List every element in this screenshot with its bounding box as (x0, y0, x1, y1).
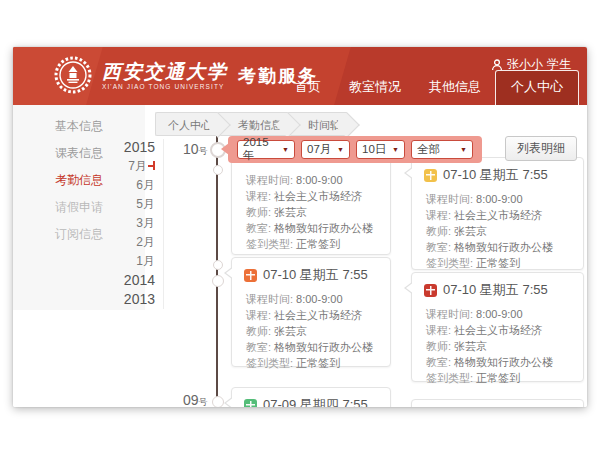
field-value: 格物致知行政办公楼 (274, 341, 373, 353)
field-value: 正常签到 (476, 257, 520, 269)
card-title: 07-10 星期五 7:55 (443, 166, 548, 184)
field-value: 8:00-9:00 (296, 174, 342, 186)
timeline-nav: 2015 7月 6月 5月 3月 2月 1月 2014 2013 (103, 138, 155, 309)
field-value: 社会主义市场经济 (454, 324, 542, 336)
timeline-spine (216, 135, 218, 407)
attendance-card: 07-10 星期五 7:55 课程时间:8:00-9:00 课程:社会主义市场经… (411, 157, 584, 270)
course-type-icon (244, 399, 257, 408)
year-select-value: 2015年 (243, 136, 277, 163)
sidebar-item-basic-info[interactable]: 基本信息 (13, 113, 145, 140)
field-value: 正常签到 (476, 372, 520, 384)
breadcrumb-personal-center[interactable]: 个人中心 (155, 112, 218, 136)
attendance-card-partial: 07-09 星期四 7:55 (231, 387, 391, 407)
timeline-node (213, 260, 223, 270)
timeline-nav-divider (163, 139, 164, 309)
day-select[interactable]: 10日▼ (356, 140, 405, 159)
caret-down-icon: ▼ (460, 146, 467, 153)
field-value: 格物致知行政办公楼 (454, 356, 553, 368)
course-type-icon (244, 269, 257, 282)
course-type-icon (424, 169, 437, 182)
attendance-card: 07-10 星期五 7:55 课程时间:8:00-9:00 课程:社会主义市场经… (231, 257, 391, 367)
date-filter-bar: 2015年▼ 07月▼ 10日▼ 全部▼ (228, 136, 482, 163)
university-name: 西安交通大学 XI'AN JIAO TONG UNIVERSITY (102, 60, 228, 90)
timeline-month-jul[interactable]: 7月 (103, 157, 155, 176)
timeline-node (213, 165, 223, 175)
nav-item-classrooms[interactable]: 教室情况 (335, 71, 415, 105)
app-window: 西安交通大学 XI'AN JIAO TONG UNIVERSITY 考勤服务 张… (13, 47, 587, 407)
field-label: 课程时间: (246, 174, 293, 186)
person-icon (491, 59, 503, 71)
field-value: 社会主义市场经济 (274, 309, 362, 321)
field-label: 教室: (246, 341, 271, 353)
field-label: 课程: (246, 309, 271, 321)
field-value: 格物致知行政办公楼 (454, 241, 553, 253)
type-select-value: 全部 (417, 142, 440, 157)
day-label-10: 10号 (183, 141, 208, 158)
attendance-card-partial (411, 399, 584, 407)
field-label: 课程时间: (426, 193, 473, 205)
list-detail-button[interactable]: 列表明细 (505, 136, 577, 161)
month-select[interactable]: 07月▼ (301, 140, 350, 159)
day-select-value: 10日 (362, 142, 386, 157)
field-value: 张芸京 (274, 206, 307, 218)
field-label: 教室: (246, 222, 271, 234)
selected-month-marker (148, 160, 155, 170)
field-value: 8:00-9:00 (476, 193, 522, 205)
card-title: 07-10 星期五 7:55 (263, 266, 368, 284)
field-label: 签到类型: (246, 357, 293, 369)
brand: 西安交通大学 XI'AN JIAO TONG UNIVERSITY 考勤服务 (53, 55, 318, 95)
timeline-node (212, 396, 224, 407)
attendance-card: 课程时间:8:00-9:00 课程:社会主义市场经济 教师:张芸京 教室:格物致… (231, 149, 391, 255)
caret-down-icon: ▼ (337, 146, 344, 153)
timeline-month-jan[interactable]: 1月 (103, 252, 155, 271)
field-label: 课程时间: (246, 293, 293, 305)
field-label: 课程: (426, 324, 451, 336)
field-label: 签到类型: (426, 372, 473, 384)
nav-item-other-info[interactable]: 其他信息 (415, 71, 495, 105)
field-label: 教室: (426, 356, 451, 368)
timeline-month-feb[interactable]: 2月 (103, 233, 155, 252)
university-name-cn: 西安交通大学 (102, 60, 228, 82)
field-label: 教师: (246, 206, 271, 218)
field-label: 教师: (246, 325, 271, 337)
timeline-year-2015[interactable]: 2015 (103, 138, 155, 157)
field-label: 教师: (426, 340, 451, 352)
field-label: 教师: (426, 225, 451, 237)
attendance-card: 07-10 星期五 7:55 课程时间:8:00-9:00 课程:社会主义市场经… (411, 272, 584, 382)
timeline-month-jun[interactable]: 6月 (103, 176, 155, 195)
field-label: 课程: (426, 209, 451, 221)
year-select[interactable]: 2015年▼ (237, 140, 295, 159)
field-label: 签到类型: (426, 257, 473, 269)
card-title: 07-09 星期四 7:55 (263, 396, 368, 407)
caret-down-icon: ▼ (282, 146, 289, 153)
main-nav: 首页 教室情况 其他信息 个人中心 (281, 70, 579, 105)
timeline-month-mar[interactable]: 3月 (103, 214, 155, 233)
university-name-en: XI'AN JIAO TONG UNIVERSITY (102, 83, 228, 90)
type-select[interactable]: 全部▼ (411, 140, 473, 159)
timeline-month-label: 7月 (128, 159, 147, 173)
card-title: 07-10 星期五 7:55 (443, 281, 548, 299)
field-label: 课程: (246, 190, 271, 202)
timeline-year-2013[interactable]: 2013 (103, 290, 155, 309)
timeline-month-may[interactable]: 5月 (103, 195, 155, 214)
timeline-year-2014[interactable]: 2014 (103, 271, 155, 290)
month-select-value: 07月 (307, 142, 331, 157)
breadcrumb: 个人中心 考勤信息 时间轴 (155, 112, 347, 136)
app-header: 西安交通大学 XI'AN JIAO TONG UNIVERSITY 考勤服务 张… (13, 47, 587, 105)
field-value: 8:00-9:00 (296, 293, 342, 305)
field-value: 8:00-9:00 (476, 308, 522, 320)
field-value: 正常签到 (296, 238, 340, 250)
timeline-node (212, 275, 224, 287)
day-label-09: 09号 (183, 392, 208, 407)
field-value: 格物致知行政办公楼 (274, 222, 373, 234)
field-value: 张芸京 (454, 340, 487, 352)
course-type-icon (424, 284, 437, 297)
caret-down-icon: ▼ (392, 146, 399, 153)
field-value: 社会主义市场经济 (274, 190, 362, 202)
field-value: 正常签到 (296, 357, 340, 369)
nav-item-home[interactable]: 首页 (281, 71, 335, 105)
field-label: 签到类型: (246, 238, 293, 250)
university-emblem-icon (53, 55, 93, 95)
field-value: 张芸京 (274, 325, 307, 337)
nav-item-personal-center[interactable]: 个人中心 (495, 70, 579, 105)
